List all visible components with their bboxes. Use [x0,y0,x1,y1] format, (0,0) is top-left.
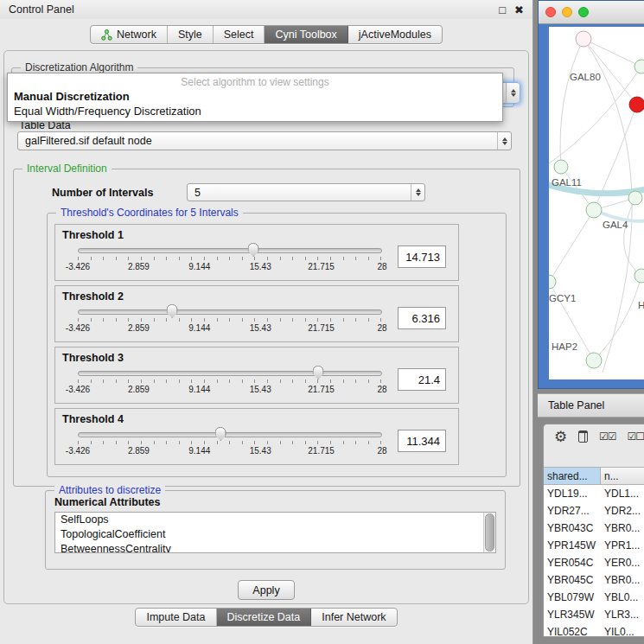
table-row[interactable]: YPR145WYPR1... [544,537,644,554]
network-canvas[interactable]: GAL80 GAL11 GAL4 GCY1 HAP2 H [549,27,644,379]
tab-impute-data[interactable]: Impute Data [136,609,216,626]
dropdown-option-manual-discretization[interactable]: Manual Discretization [8,89,502,104]
scale-label: 9.144 [188,446,210,456]
tab-label: Infer Network [322,611,386,623]
network-node[interactable] [549,275,556,289]
cell[interactable]: YPR1... [601,537,644,554]
cell[interactable]: YLR345W [544,606,601,623]
slider-track[interactable] [78,371,382,376]
slider-track[interactable] [78,432,382,437]
cell[interactable]: YBR0... [601,520,644,537]
threshold-4-value-field[interactable]: 11.344 [398,430,446,452]
table-data-combobox[interactable]: galFiltered.sif default node [17,131,512,150]
number-of-intervals-combobox[interactable]: 5 [187,183,425,201]
table-row[interactable]: YIL052CYIL0... [544,623,644,637]
combobox-stepper[interactable] [411,184,424,201]
cyni-toolbox-panel: Discretization Algorithm Select algorith… [3,50,529,604]
slider-thumb[interactable] [167,304,178,318]
cell[interactable]: YBL079W [544,589,601,606]
cell[interactable]: YIL052C [544,623,601,637]
tab-network[interactable]: Network [91,26,168,43]
cell[interactable]: YBL0... [601,589,644,606]
slider-track[interactable] [78,248,382,253]
threshold-1-value-field[interactable]: 14.713 [398,245,446,268]
table-row[interactable]: YLR345WYLR3... [544,606,644,623]
select-all-checkboxes-icon[interactable]: ☑☑ [599,430,616,443]
table-row[interactable]: YDL19...YDL1... [544,485,644,502]
table-row[interactable]: YER054CYER0... [544,554,644,571]
gear-icon[interactable]: ⚙ [554,430,567,444]
threshold-1-slider[interactable]: -3.426 2.859 9.144 15.43 21.715 28 [78,244,382,277]
minimize-button[interactable] [562,7,572,17]
cell[interactable]: YDL19... [544,485,601,502]
threshold-3-slider[interactable]: -3.426 2.859 9.144 15.43 21.715 28 [78,367,382,399]
tab-style[interactable]: Style [168,26,214,43]
network-node[interactable] [576,31,591,47]
network-node[interactable] [554,160,568,174]
chevron-down-icon [502,142,507,145]
column-header-name[interactable]: n... [601,468,644,484]
network-node[interactable] [586,353,602,368]
list-item[interactable]: BetweennessCentrality [55,542,495,553]
cell[interactable]: YDR27... [544,502,601,520]
cell[interactable]: YBR045C [544,571,601,589]
slider-thumb[interactable] [313,366,324,379]
slider-thumb[interactable] [215,427,226,441]
slider-track[interactable] [78,309,382,315]
threshold-2-slider[interactable]: -3.426 2.859 9.144 15.43 21.715 28 [78,305,382,338]
dropdown-option-equal-width-frequency[interactable]: Equal Width/Frequency Discretization [8,104,502,118]
combobox-stepper[interactable] [506,83,520,103]
scale-label: 2.859 [128,446,150,456]
combobox-stepper[interactable] [497,132,511,150]
cell[interactable]: YBR0... [601,571,644,589]
slider-thumb[interactable] [248,243,259,257]
tab-label: Impute Data [146,611,205,623]
chevron-up-icon [416,188,421,192]
zoom-button[interactable] [578,7,589,17]
cell[interactable]: YLR3... [601,606,644,623]
threshold-3-value-field[interactable]: 21.4 [398,368,446,391]
desktop: Control Panel □ ✖ Network Style Select [0,0,644,644]
threshold-2-value-field[interactable]: 6.316 [398,307,446,329]
apply-button[interactable]: Apply [238,580,295,600]
columns-icon[interactable] [578,430,588,443]
network-node-label: GAL11 [552,177,582,188]
column-header-shared-name[interactable]: shared... [544,468,601,484]
unselect-checkboxes-icon[interactable]: ☑☐ [627,430,644,443]
list-item[interactable]: TopologicalCoefficient [55,527,495,542]
selected-node[interactable] [629,97,644,112]
tab-jactivemodules[interactable]: jActiveModules [348,26,442,43]
scrollbar-thumb[interactable] [485,513,494,552]
cell[interactable]: YDL1... [601,485,644,502]
tab-infer-network[interactable]: Infer Network [311,609,396,626]
network-node-label: H [638,300,644,310]
table-row[interactable]: YBL079WYBL0... [544,589,644,606]
network-node[interactable] [634,60,644,73]
vertical-scrollbar[interactable] [483,513,495,552]
cell[interactable]: YDR2... [601,502,644,520]
tab-cyni-toolbox[interactable]: Cyni Toolbox [265,26,348,43]
table-row[interactable]: YBR045CYBR0... [544,571,644,589]
float-window-icon[interactable]: □ [499,4,506,16]
table-row[interactable]: YBR043CYBR0... [544,520,644,537]
close-button[interactable] [545,7,556,17]
attributes-list[interactable]: SelfLoops TopologicalCoefficient Between… [54,512,496,553]
scale-label: 21.715 [308,446,335,456]
table-row[interactable]: YDR27...YDR2... [544,502,644,520]
cell[interactable]: YER0... [601,554,644,571]
close-window-icon[interactable]: ✖ [514,4,524,16]
cell[interactable]: YPR145W [544,537,601,554]
scale-label: 28 [377,323,386,333]
cell[interactable]: YIL0... [601,623,644,637]
tab-select[interactable]: Select [214,26,265,43]
list-item[interactable]: SelfLoops [55,513,495,527]
network-node[interactable] [634,269,644,283]
network-node[interactable] [586,202,602,218]
threshold-4-slider[interactable]: -3.426 2.859 9.144 15.43 21.715 28 [78,428,382,461]
tab-discretize-data[interactable]: Discretize Data [217,609,312,626]
control-panel-window: Control Panel □ ✖ Network Style Select [0,0,533,644]
network-node[interactable] [628,191,642,205]
scale-label: 28 [377,262,386,271]
cell[interactable]: YBR043C [544,520,601,537]
cell[interactable]: YER054C [544,554,601,571]
